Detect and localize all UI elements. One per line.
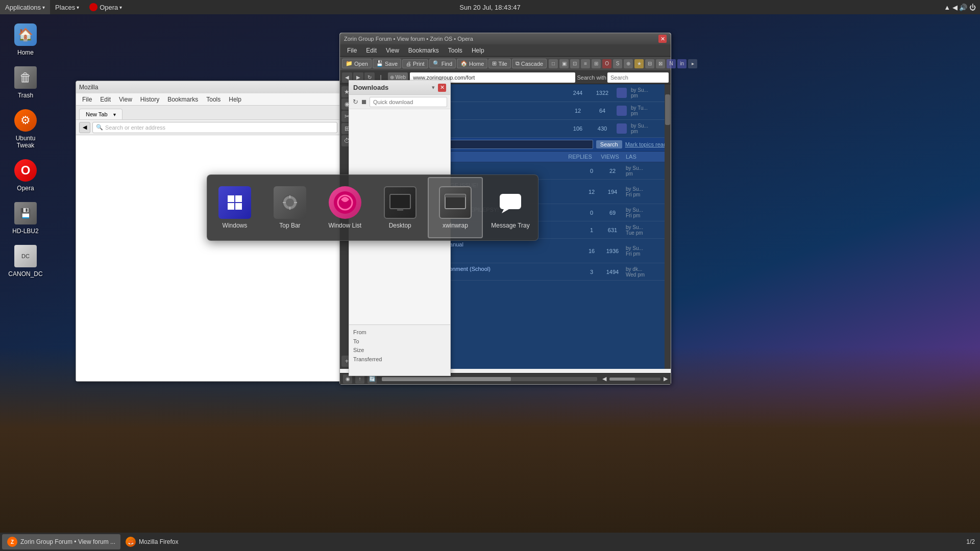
topic-replies-1: 12 [584,189,599,195]
opera-search-area: Search with [577,72,669,83]
topic-replies-4: 16 [584,248,599,254]
toolbar-icon-8[interactable]: ⊕ [624,59,633,68]
address-bar[interactable]: 🔍 Search or enter address [92,122,337,133]
dock-item-desktop[interactable]: Desktop [373,177,428,238]
places-menu[interactable]: Places ▾ [50,0,84,14]
system-tray: ▲ ◀ 🔊 ⏻ [944,4,976,11]
dock-label-msgtray: Message Tray [491,222,529,229]
hd-icon: 💾 [13,201,38,226]
windows-dock-icon [218,186,251,219]
dock-item-windows[interactable]: Windows [207,177,262,238]
ff-menu-help[interactable]: Help [226,95,244,104]
ff-menu-file[interactable]: File [79,95,95,104]
opera-menu-help[interactable]: Help [468,46,488,55]
home-label: Home [17,49,34,56]
mark-read-link[interactable]: Mark topics read [625,141,667,147]
svg-rect-15 [445,194,465,197]
desktop-icon-home[interactable]: 🏠 Home [5,20,46,58]
status-zoom-label: ◀ [602,375,606,382]
toolbar-icon-14[interactable]: ▸ [688,59,697,68]
opera-find-btn[interactable]: 🔍Find [429,59,456,68]
desktop-icons-container: 🏠 Home 🗑 Trash ⚙ Ubuntu Tweak O Opera 💾 [5,20,46,280]
home-icon: 🏠 [13,22,38,47]
desktop-dock-icon [384,186,416,219]
downloads-details: From To Size Transferred [349,324,450,375]
toolbar-icon-7[interactable]: S [613,59,622,68]
opera-open-btn[interactable]: 📁Open [342,59,372,68]
toolbar-icon-4[interactable]: ≡ [581,59,590,68]
dock-item-topbar[interactable]: Top Bar [262,177,317,238]
toolbar-icon-9[interactable]: ★ [634,59,644,68]
dock-label-desktop: Desktop [389,222,411,229]
toolbar-icon-11[interactable]: ⊠ [656,59,665,68]
dock-item-windowlist[interactable]: Window List [317,177,373,238]
top-menu: Applications ▾ Places ▾ Opera ▾ [0,0,127,14]
opera-menu-tools[interactable]: Tools [444,46,467,55]
ff-menu-history[interactable]: History [137,95,162,104]
opera-menu-edit[interactable]: Edit [362,46,381,55]
ff-menu-tools[interactable]: Tools [203,95,224,104]
toolbar-icon-3[interactable]: ⊡ [570,59,579,68]
toolbar-icon-2[interactable]: ▣ [559,59,569,68]
back-button[interactable]: ◀ [79,122,90,133]
opera-menu-file[interactable]: File [343,46,361,55]
desktop-icon-opera[interactable]: O Opera [5,156,46,194]
svg-rect-2 [228,203,234,210]
forum-search-button[interactable]: Search [596,140,622,148]
applications-menu[interactable]: Applications ▾ [0,0,50,14]
dl-refresh-btn[interactable]: ↻ [352,97,359,107]
toolbar-icon-10[interactable]: ⊟ [645,59,654,68]
opera-menu-view[interactable]: View [382,46,403,55]
firefox-title: Mozilla [79,84,98,91]
toolbar-icon-12[interactable]: N [667,59,676,68]
topic-meta-5: by dk...Wed pm [626,266,667,278]
opera-menu[interactable]: Opera ▾ [84,0,127,14]
dl-stop-btn[interactable]: ⏹ [361,97,368,107]
toolbar-icon-5[interactable]: ⊞ [592,59,601,68]
firefox-task-icon: 🦊 [126,537,136,547]
desktop-icon-canon[interactable]: DC CANON_DC [5,242,46,280]
toolbar-icon-6[interactable]: O [602,59,611,68]
dl-search-input[interactable] [370,97,447,107]
taskbar-task-zorin[interactable]: Z Zorin Group Forum • View forum ... [2,534,120,549]
forum-cat-1-views: 1322 [592,90,612,96]
opera-scrollbar[interactable] [665,84,671,369]
opera-save-btn[interactable]: 💾Save [373,59,401,68]
opera-cascade-btn[interactable]: ⧉Cascade [512,59,547,68]
opera-close-button[interactable]: ✕ [658,35,667,43]
ff-menu-edit[interactable]: Edit [97,95,114,104]
ubuntu-tweak-label: Ubuntu Tweak [7,135,44,149]
ubuntu-tweak-icon: ⚙ [13,108,38,133]
downloads-title: Downloads [353,84,429,91]
topic-replies-2: 0 [584,210,599,216]
ff-menu-view[interactable]: View [116,95,135,104]
toolbar-icon-13[interactable]: in [677,59,687,68]
taskbar-task-firefox[interactable]: 🦊 Mozilla Firefox [120,534,183,549]
desktop-icon-trash[interactable]: 🗑 Trash [5,63,46,101]
desktop-icon-hd[interactable]: 💾 HD-LBU2 [5,199,46,237]
opera-print-btn[interactable]: 🖨Print [402,59,428,68]
dock-item-msgtray[interactable]: Message Tray [483,177,538,238]
opera-tile-btn[interactable]: ⊞Tile [488,59,510,68]
forum-cat-1-replies: 244 [568,90,588,96]
topic-meta-4: by Su...Fri pm [626,245,667,257]
ff-menu-bookmarks[interactable]: Bookmarks [164,95,201,104]
firefox-tab-newtab[interactable]: New Tab ▾ [79,109,122,119]
status-zoom-right: ▶ [664,375,668,382]
opera-scrollbar-thumb[interactable] [665,94,670,125]
dock-item-xwinwrap[interactable]: xwinwrap [428,177,483,238]
firefox-nav: ◀ 🔍 Search or enter address [76,120,340,135]
opera-menu-bookmarks[interactable]: Bookmarks [404,46,443,55]
page-indicator: 1/2 [966,538,975,545]
svg-rect-12 [390,194,410,209]
topic-views-0: 22 [602,168,623,174]
zoom-slider[interactable] [609,378,660,381]
svg-rect-16 [500,194,521,209]
downloads-close-button[interactable]: ✕ [438,84,446,92]
desktop-icon-ubuntu-tweak[interactable]: ⚙ Ubuntu Tweak [5,106,46,151]
opera-home-btn[interactable]: 🏠Home [457,59,487,68]
applications-arrow: ▾ [42,5,45,10]
opera-search-input[interactable] [607,72,669,83]
toolbar-icon-1[interactable]: □ [549,59,558,68]
topic-views-5: 1494 [602,269,623,275]
